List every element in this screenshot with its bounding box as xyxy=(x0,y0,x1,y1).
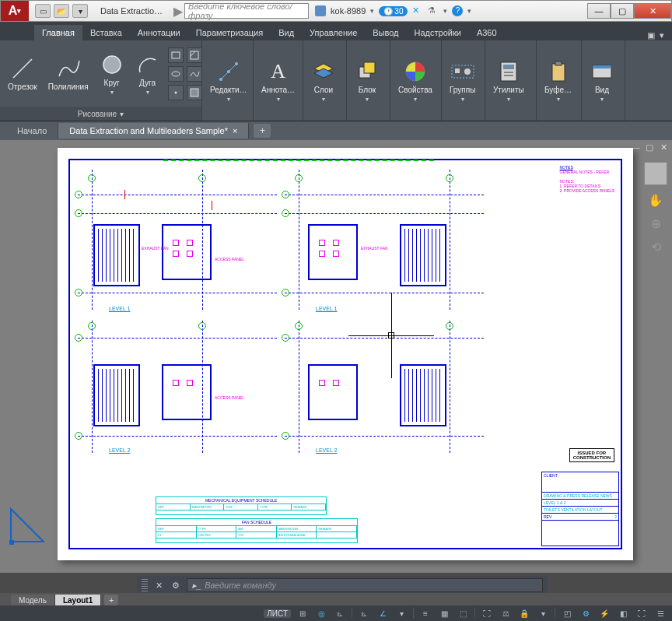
osnap-icon[interactable]: ▾ xyxy=(394,607,408,619)
user-name[interactable]: kok-8989 xyxy=(331,6,366,16)
minimize-button[interactable]: — xyxy=(587,3,611,19)
vp-maximize-icon[interactable]: ▢ xyxy=(644,142,655,153)
modify-button[interactable]: Редакти…▾ xyxy=(207,58,250,104)
qp-icon[interactable]: ◰ xyxy=(560,607,574,619)
search-input[interactable]: Введите ключевое слово/фразу xyxy=(184,3,309,19)
tab-parametric[interactable]: Параметризация xyxy=(188,25,271,40)
layout1-tab[interactable]: Layout1 xyxy=(55,595,101,606)
svg-point-1 xyxy=(103,56,121,73)
trial-badge[interactable]: 🕐30 xyxy=(379,6,408,16)
space-mode[interactable]: ЛИСТ xyxy=(264,609,291,618)
close-button[interactable]: ✕ xyxy=(634,3,671,19)
spline-icon[interactable] xyxy=(187,66,202,82)
model-tab[interactable]: Модель xyxy=(11,595,55,606)
panel-draw-title[interactable]: Рисование ▾ xyxy=(0,107,201,121)
lineweight-icon[interactable]: ≡ xyxy=(418,607,432,619)
units-icon[interactable]: ▾ xyxy=(536,607,550,619)
arc-button[interactable]: Дуга▾ xyxy=(132,51,163,97)
cmd-close-icon[interactable]: ✕ xyxy=(152,579,165,591)
annotation-button[interactable]: AАннота…▾ xyxy=(258,58,298,104)
cmd-options-icon[interactable]: ⚙ xyxy=(170,579,182,591)
drawing-notes: NOTES GENERAL NOTES - REFER NOTES: 1. RE… xyxy=(560,165,615,193)
svg-point-17 xyxy=(464,68,471,75)
polar-icon[interactable]: ∠ xyxy=(376,607,390,619)
ellipse-icon[interactable] xyxy=(168,66,184,82)
paper-space[interactable]: EXHAUST FAN ACCESS PANEL LEVEL 1 xyxy=(58,148,633,560)
panel-properties: Свойства▾ xyxy=(390,40,442,121)
line-button[interactable]: Отрезок xyxy=(5,54,40,93)
maximize-button[interactable]: ▢ xyxy=(611,3,634,19)
panel-groups: Группы▾ xyxy=(442,40,485,121)
infer-icon[interactable]: ⊾ xyxy=(333,607,347,619)
orbit-icon[interactable]: ⟲ xyxy=(647,238,664,255)
snap-icon[interactable]: ◎ xyxy=(314,607,328,619)
cleanscreen-icon[interactable]: ⛶ xyxy=(635,607,649,619)
pan-icon[interactable]: ✋ xyxy=(647,191,664,209)
tab-view[interactable]: Вид xyxy=(271,25,302,40)
qat-dropdown-icon[interactable]: ▾ xyxy=(72,4,88,18)
user-dropdown-icon[interactable]: ▾ xyxy=(370,7,374,15)
user-icon[interactable] xyxy=(315,5,326,16)
navigation-bar: ✋ ⊕ ⟲ xyxy=(644,162,667,255)
autoscale-icon[interactable]: 🔒 xyxy=(517,607,531,619)
tab-annotate[interactable]: Аннотации xyxy=(130,25,188,40)
viewport-3: ACCESS PANEL LEVEL 2 xyxy=(78,321,277,453)
featured-apps-icon[interactable]: ▣ xyxy=(647,30,655,40)
doc-tab-active[interactable]: Data Extraction and Multileaders Sample*… xyxy=(58,123,249,139)
app-logo[interactable]: A▾ xyxy=(1,1,29,21)
panel-utilities: Утилиты▾ xyxy=(485,40,537,121)
region-icon[interactable] xyxy=(187,85,202,100)
help-icon[interactable]: ? xyxy=(452,5,463,16)
ribbon-expand-icon[interactable]: ▾ xyxy=(660,30,664,40)
svg-rect-2 xyxy=(172,52,180,58)
tab-output[interactable]: Вывод xyxy=(365,25,406,40)
panel-annotation: AАннота…▾ xyxy=(254,40,303,121)
open-icon[interactable]: 📂 xyxy=(54,4,69,18)
new-icon[interactable]: ▭ xyxy=(35,4,51,18)
title-block: CLIENT DRAWING & PRESS RELEASE NEWS LEVE… xyxy=(541,472,619,546)
layout-new-tab[interactable]: + xyxy=(104,595,118,605)
properties-button[interactable]: Свойства▾ xyxy=(395,58,436,104)
quick-access-toolbar: ▭ 📂 ▾ xyxy=(32,4,91,18)
isolate-icon[interactable]: ◧ xyxy=(616,607,630,619)
rectangle-icon[interactable] xyxy=(168,47,184,63)
utilities-button[interactable]: Утилиты▾ xyxy=(490,58,527,104)
drawing-area[interactable]: — ▢ ✕ ✋ ⊕ ⟲ xyxy=(0,140,672,573)
doc-tab-new[interactable]: + xyxy=(254,124,271,138)
annoscale-icon[interactable]: ⛶ xyxy=(480,607,494,619)
schedule-fan: FAN SCHEDULE REF TYPE AIR MAKE/MODEL REM… xyxy=(156,518,358,543)
transparency-icon[interactable]: ▦ xyxy=(437,607,451,619)
vp-close-icon[interactable]: ✕ xyxy=(658,142,669,153)
command-input[interactable]: ▸_Введите команду xyxy=(187,578,543,592)
viewcube[interactable] xyxy=(644,162,667,185)
customization-icon[interactable]: ☰ xyxy=(653,607,667,619)
groups-button[interactable]: Группы▾ xyxy=(446,58,478,104)
grid-icon[interactable]: ⊞ xyxy=(296,607,310,619)
signin-icon[interactable]: ⚗ xyxy=(428,5,439,16)
hatch-icon[interactable] xyxy=(187,47,202,63)
search-trigger-icon[interactable]: ▶ xyxy=(172,4,184,19)
zoom-extents-icon[interactable]: ⊕ xyxy=(647,215,664,232)
cmd-drag-handle[interactable] xyxy=(142,579,148,591)
title-bar: A▾ ▭ 📂 ▾ Data Extractio… ▶ Введите ключе… xyxy=(0,0,672,22)
block-button[interactable]: Блок▾ xyxy=(352,58,383,104)
tab-home[interactable]: Главная xyxy=(34,25,82,40)
tab-manage[interactable]: Управление xyxy=(302,25,365,40)
tab-a360[interactable]: A360 xyxy=(469,25,505,40)
doc-tab-start[interactable]: Начало xyxy=(6,123,58,139)
circle-button[interactable]: Круг▾ xyxy=(96,51,128,97)
view-button[interactable]: Вид▾ xyxy=(586,58,618,104)
cycling-icon[interactable]: ⬚ xyxy=(456,607,470,619)
point-icon[interactable] xyxy=(168,85,184,100)
ortho-icon[interactable]: ⊾ xyxy=(357,607,371,619)
svg-rect-27 xyxy=(9,540,14,545)
hardware-icon[interactable]: ⚡ xyxy=(597,607,611,619)
exchange-icon[interactable]: ✕ xyxy=(412,5,423,16)
workspace-icon[interactable]: ⚙ xyxy=(579,607,593,619)
tab-addins[interactable]: Надстройки xyxy=(407,25,469,40)
tab-insert[interactable]: Вставка xyxy=(82,25,130,40)
polyline-button[interactable]: Полилиния xyxy=(45,54,92,93)
clipboard-button[interactable]: Буфе…▾ xyxy=(541,58,575,104)
layers-button[interactable]: Слои▾ xyxy=(308,58,339,104)
annovisibility-icon[interactable]: ⚖ xyxy=(499,607,513,619)
